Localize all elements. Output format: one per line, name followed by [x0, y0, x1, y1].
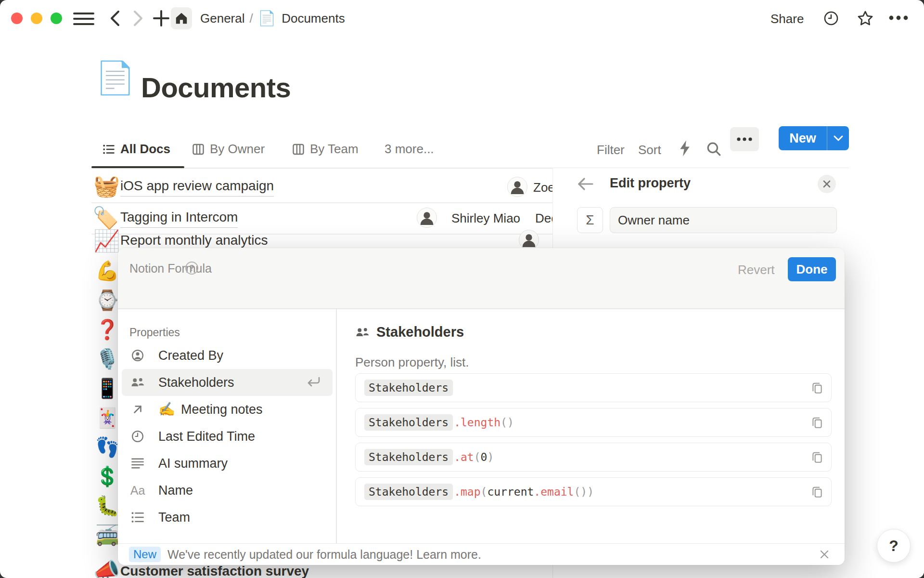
property-label: Created By [158, 348, 223, 363]
property-label: Name [158, 483, 193, 498]
property-item-stakeholders[interactable]: Stakeholders [122, 369, 333, 396]
property-item-team[interactable]: Team [122, 504, 333, 531]
property-item-ai-summary[interactable]: AI summary [122, 450, 333, 477]
back-icon[interactable] [108, 10, 122, 26]
property-label: Last Edited Time [158, 429, 255, 444]
sigma-glyph: Σ [586, 212, 594, 228]
code-token: Stakeholders [364, 380, 453, 396]
banner-message[interactable]: We've recently updated our formula langu… [167, 548, 481, 562]
favorite-star-icon[interactable] [857, 10, 874, 27]
revert-button[interactable]: Revert [738, 263, 775, 277]
formula-example-row[interactable]: Stakeholders.map(current.email()) [355, 477, 832, 506]
people-icon [355, 326, 370, 339]
docs-description: Person property, list. [355, 355, 469, 370]
view-settings-button[interactable] [730, 127, 759, 151]
row-icon: 🧺 [93, 175, 120, 197]
more-options-icon[interactable] [888, 15, 909, 21]
row-title[interactable]: Customer satisfaction survey [120, 564, 309, 578]
filter-button[interactable]: Filter [597, 143, 625, 158]
row-icon: 📱 [95, 379, 119, 398]
property-item-created-by[interactable]: Created By [122, 342, 333, 369]
code-paren: ()) [574, 486, 594, 498]
enter-return-icon [305, 376, 321, 389]
close-panel-button[interactable] [818, 175, 836, 193]
copy-icon[interactable] [811, 485, 823, 499]
tab-by-owner[interactable]: By Owner [192, 142, 265, 157]
tab-label: By Team [310, 142, 359, 157]
breadcrumb-page[interactable]: Documents [282, 11, 345, 26]
tab-all-docs[interactable]: All Docs [102, 142, 170, 157]
page-title-icon[interactable]: 📄 [95, 62, 135, 93]
formula-input-area[interactable] [118, 248, 845, 308]
back-arrow-icon[interactable] [577, 177, 594, 191]
list-view-icon [102, 143, 116, 156]
row-icon: 🚎 [95, 525, 119, 545]
property-label: AI summary [158, 456, 228, 471]
property-label: Team [158, 510, 190, 525]
tab-label: 3 more... [385, 142, 434, 157]
sidebar-menu-icon[interactable] [73, 12, 94, 26]
question-mark-glyph: ? [889, 537, 898, 555]
property-item-meeting-notes[interactable]: ✍️ Meeting notes [122, 396, 333, 423]
tab-label: By Owner [210, 142, 265, 157]
new-button[interactable]: New [779, 126, 849, 150]
board-view-icon [292, 143, 305, 156]
formula-example-row[interactable]: Stakeholders.at(0) [355, 443, 832, 472]
copy-icon[interactable] [811, 450, 823, 464]
copy-icon[interactable] [811, 381, 823, 394]
row-icon: 🐛 [95, 496, 119, 515]
new-button-dropdown[interactable] [827, 126, 849, 150]
search-icon[interactable] [706, 141, 722, 157]
new-page-icon[interactable] [152, 9, 170, 27]
formula-example-row[interactable]: Stakeholders [355, 373, 832, 402]
forward-icon[interactable] [131, 10, 145, 26]
property-item-name[interactable]: Aa Name [122, 477, 333, 504]
avatar [519, 230, 539, 250]
properties-divider [336, 309, 337, 543]
text-lines-icon [130, 457, 145, 470]
zoom-window-button[interactable] [51, 13, 62, 24]
code-token: Stakeholders [364, 449, 453, 465]
code-function: .map [454, 486, 480, 498]
row-icon: ⌚ [95, 290, 119, 310]
property-name-input[interactable] [610, 207, 837, 233]
avatar [507, 177, 527, 197]
row-owner[interactable]: Shirley Miao [451, 211, 520, 226]
updates-clock-icon[interactable] [823, 10, 839, 26]
minimize-window-button[interactable] [31, 13, 42, 24]
row-owner[interactable]: Zoe [533, 180, 555, 195]
property-item-last-edited-time[interactable]: Last Edited Time [122, 423, 333, 450]
docs-property-title: Stakeholders [376, 324, 464, 340]
active-tab-underline [91, 166, 184, 168]
home-icon [174, 11, 189, 26]
dismiss-banner-icon[interactable] [819, 549, 830, 560]
close-window-button[interactable] [11, 13, 23, 24]
new-button-label[interactable]: New [779, 126, 827, 150]
property-label: Stakeholders [158, 375, 234, 390]
tab-more-views[interactable]: 3 more... [385, 142, 434, 157]
row-icon: 🎙️ [95, 349, 119, 368]
tab-label: All Docs [120, 142, 170, 157]
breadcrumb: General / 📄 Documents [200, 7, 345, 30]
row-title[interactable]: iOS app review campaign [120, 178, 274, 197]
property-label: Meeting notes [181, 402, 263, 417]
row-title[interactable]: Tagging in Intercom [120, 210, 238, 228]
property-type-formula-icon[interactable]: Σ [577, 207, 603, 233]
docs-header: Stakeholders [355, 324, 464, 340]
breadcrumb-section[interactable]: General [200, 11, 245, 26]
row-icon: 📣 [93, 560, 120, 578]
formula-example-row[interactable]: Stakeholders.length() [355, 408, 832, 437]
code-token: Stakeholders [364, 414, 453, 431]
share-button[interactable]: Share [770, 12, 804, 26]
formula-help-icon[interactable]: ? [185, 262, 198, 275]
help-button[interactable]: ? [877, 529, 911, 563]
row-icon: 🃏 [95, 408, 119, 427]
copy-icon[interactable] [811, 416, 823, 429]
home-button[interactable] [171, 7, 192, 29]
sort-button[interactable]: Sort [638, 143, 661, 158]
tab-by-team[interactable]: By Team [292, 142, 359, 157]
page-title[interactable]: Documents [141, 71, 291, 104]
done-button[interactable]: Done [788, 257, 836, 281]
automations-lightning-icon[interactable] [678, 140, 692, 157]
panel-title: Edit property [610, 176, 691, 191]
